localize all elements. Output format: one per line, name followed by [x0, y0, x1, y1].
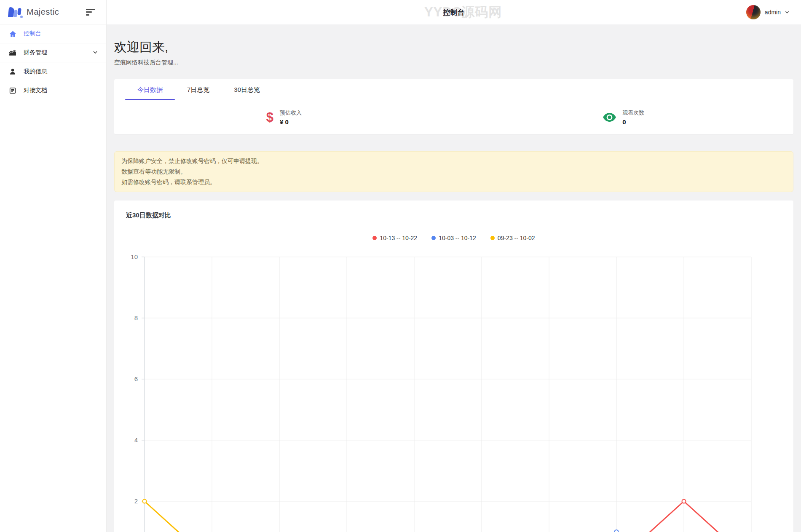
security-notice: 为保障账户安全，禁止修改账号密码，仅可申请提现。数据查看等功能无限制。如需修改账… [114, 151, 793, 192]
dollar-icon: $ [266, 111, 273, 124]
stat-cell-1: 观看次数0 [454, 100, 794, 134]
sidebar-item-1[interactable]: 财务管理 [0, 43, 106, 62]
notice-line-1: 数据查看等功能无限制。 [121, 166, 786, 177]
data-point-marker[interactable] [143, 500, 147, 503]
header-title-zone: YYDS源码网 控制台 [107, 0, 801, 24]
stat-cell-0: $预估收入¥ 0 [114, 100, 454, 134]
overview-stats-row: $预估收入¥ 0观看次数0 [114, 100, 793, 134]
legend-item-1[interactable]: 10-03 -- 10-12 [431, 235, 476, 241]
overview-tab-bar: 今日数据7日总览30日总览 [114, 79, 793, 100]
top-header: Majestic YYDS源码网 控制台 admin [0, 0, 801, 24]
y-axis-tick-label: 2 [134, 497, 138, 505]
sidebar-item-0[interactable]: 控制台 [0, 24, 106, 43]
chart-card: 近30日数据对比 10-13 -- 10-2210-03 -- 10-1209-… [114, 201, 793, 532]
line-chart: 246810 [114, 201, 793, 532]
tab-2[interactable]: 30日总览 [222, 79, 272, 100]
y-axis-tick-label: 6 [134, 375, 138, 382]
avatar[interactable] [746, 5, 761, 19]
chart-legend: 10-13 -- 10-2210-03 -- 10-1209-23 -- 10-… [114, 235, 793, 241]
sidebar: 控制台财务管理我的信息对接文档 [0, 24, 107, 532]
welcome-title: 欢迎回来, [114, 39, 793, 56]
user-name: admin [765, 9, 781, 16]
main-content: 欢迎回来, 空痕网络科技后台管理... 今日数据7日总览30日总览 $预估收入¥… [107, 24, 801, 532]
page-title: 控制台 [443, 8, 465, 17]
legend-label: 10-13 -- 10-22 [380, 235, 417, 241]
stat-label: 观看次数 [622, 109, 644, 117]
legend-item-2[interactable]: 09-23 -- 10-02 [490, 235, 535, 241]
tab-1[interactable]: 7日总览 [175, 79, 222, 100]
legend-label: 10-03 -- 10-12 [439, 235, 476, 241]
document-icon [8, 86, 17, 95]
sidebar-collapse-icon[interactable] [86, 9, 96, 16]
sidebar-item-label: 控制台 [24, 30, 98, 37]
sidebar-item-3[interactable]: 对接文档 [0, 81, 106, 100]
stat-value: 0 [622, 118, 644, 126]
series-line [145, 501, 751, 532]
data-point-marker[interactable] [615, 530, 619, 532]
home-icon [8, 29, 17, 38]
sidebar-item-label: 我的信息 [24, 68, 98, 75]
notice-line-0: 为保障账户安全，禁止修改账号密码，仅可申请提现。 [121, 156, 786, 166]
sidebar-item-label: 财务管理 [24, 49, 93, 56]
sidebar-item-2[interactable]: 我的信息 [0, 62, 106, 81]
chevron-down-icon [93, 49, 98, 56]
chevron-down-icon [785, 10, 789, 14]
tab-0[interactable]: 今日数据 [125, 79, 175, 100]
legend-dot [490, 236, 495, 240]
legend-dot [431, 236, 436, 240]
stat-label: 预估收入 [280, 109, 302, 117]
legend-dot [372, 236, 377, 240]
y-axis-tick-label: 4 [134, 436, 138, 444]
series-line [145, 501, 751, 532]
header-brand-zone: Majestic [0, 0, 107, 24]
eye-icon [603, 113, 616, 122]
majestic-logo-icon [8, 6, 23, 19]
overview-card: 今日数据7日总览30日总览 $预估收入¥ 0观看次数0 [114, 79, 793, 134]
data-point-marker[interactable] [682, 500, 686, 503]
user-menu[interactable]: admin [746, 0, 789, 24]
y-axis-tick-label: 8 [134, 314, 138, 321]
chart-title: 近30日数据对比 [114, 201, 793, 219]
y-axis-tick-label: 10 [131, 253, 138, 260]
legend-item-0[interactable]: 10-13 -- 10-22 [372, 235, 417, 241]
stat-value: ¥ 0 [280, 118, 302, 126]
finance-icon [8, 48, 17, 57]
brand-logo[interactable]: Majestic [8, 6, 59, 19]
notice-line-2: 如需修改账号密码，请联系管理员。 [121, 177, 786, 187]
user-icon [8, 67, 17, 76]
legend-label: 09-23 -- 10-02 [498, 235, 535, 241]
brand-name: Majestic [27, 7, 59, 17]
sidebar-item-label: 对接文档 [24, 87, 98, 94]
welcome-subtitle: 空痕网络科技后台管理... [114, 59, 793, 67]
